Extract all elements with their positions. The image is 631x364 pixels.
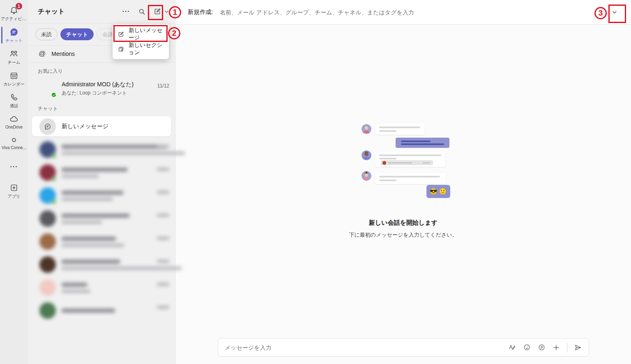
empty-state: 😎 🙂 新しい会話を開始します 下に最初のメッセージを入力してください。 <box>317 122 490 239</box>
chat-row-redacted[interactable] <box>28 184 175 207</box>
chat-row-favorite-self[interactable]: Administrator MOD (あなた) あなた: Loop コンポーネン… <box>28 77 175 100</box>
favorites-section-header: お気に入り <box>28 63 175 77</box>
chevron-down-icon[interactable] <box>164 9 169 14</box>
illustration-avatar <box>362 171 371 181</box>
sidebar-item-activity[interactable]: 1 アクティビティ <box>0 2 28 24</box>
menu-item-new-section[interactable]: 新しいセクション <box>113 41 169 56</box>
viva-connections-icon <box>9 135 19 145</box>
illustration-avatar <box>362 150 371 160</box>
sidebar-item-chat[interactable]: チャット <box>0 24 28 46</box>
main-area: 新規作成: <box>175 0 631 364</box>
presence-icon <box>51 199 56 204</box>
avatar <box>39 279 56 296</box>
sidebar-item-apps[interactable]: アプリ <box>0 180 28 202</box>
chat-row-redacted[interactable] <box>28 253 175 276</box>
more-icon: ··· <box>9 162 19 172</box>
emoji-icon[interactable] <box>520 341 533 354</box>
sidebar-item-more[interactable]: ··· <box>0 159 28 174</box>
sidebar-item-calls[interactable]: 通話 <box>0 90 28 111</box>
empty-state-subtitle: 下に最初のメッセージを入力してください。 <box>349 231 458 239</box>
presence-icon <box>51 153 56 158</box>
chat-row-redacted[interactable] <box>28 161 175 184</box>
chat-row-new-message[interactable]: 新しいメッセージ <box>32 116 171 136</box>
menu-item-new-message[interactable]: 新しいメッセージ <box>113 27 169 41</box>
send-icon[interactable] <box>571 341 585 354</box>
avatar <box>39 233 56 250</box>
avatar <box>39 141 56 158</box>
illustration-avatar <box>362 124 371 134</box>
recipient-input[interactable] <box>220 9 606 16</box>
chat-row-redacted[interactable] <box>28 138 175 161</box>
chat-timestamp: 11/12 <box>157 83 169 89</box>
composer-divider <box>567 343 567 352</box>
conversation-illustration: 😎 🙂 <box>357 122 450 198</box>
presence-icon <box>51 176 56 181</box>
sidebar-item-onedrive[interactable]: OneDrive <box>0 111 28 132</box>
page-title: チャット <box>38 7 120 16</box>
message-composer <box>218 338 589 357</box>
avatar <box>39 187 56 204</box>
chats-section-header: チャット <box>28 100 175 115</box>
loop-component-icon[interactable] <box>535 341 548 354</box>
activity-badge: 1 <box>16 3 22 9</box>
attach-plus-icon[interactable] <box>550 341 563 354</box>
illustration-emoji-box: 😎 🙂 <box>426 185 450 198</box>
avatar <box>39 302 56 319</box>
new-chat-header: 新規作成: <box>175 0 631 25</box>
to-field-label: 新規作成: <box>188 8 213 16</box>
message-input[interactable] <box>225 344 505 351</box>
calendar-icon <box>9 71 19 81</box>
chat-row-redacted[interactable] <box>28 276 175 299</box>
chat-list-panel: チャット ··· <box>28 0 175 364</box>
avatar <box>39 256 56 273</box>
chat-row-redacted[interactable] <box>28 299 175 322</box>
format-icon[interactable] <box>505 341 518 354</box>
teams-app: 1 アクティビティ チャット チーム <box>0 0 631 364</box>
new-message-bubble-icon <box>39 118 56 135</box>
sidebar-item-viva[interactable]: Viva Conne... <box>0 132 28 152</box>
collapse-compose-button[interactable] <box>606 4 623 21</box>
at-mention-icon: @ <box>39 50 46 58</box>
app-rail: 1 アクティビティ チャット チーム <box>0 0 28 364</box>
new-chat-dropdown-menu: 新しいメッセージ 新しいセクション <box>113 24 169 59</box>
teams-icon <box>9 49 19 59</box>
cloud-icon <box>9 114 19 124</box>
compose-icon <box>117 30 124 38</box>
sidebar-item-teams[interactable]: チーム <box>0 46 28 68</box>
chat-filter-more-button[interactable]: ··· <box>120 5 133 18</box>
avatar <box>39 210 56 227</box>
empty-state-title: 新しい会話を開始します <box>369 219 438 227</box>
chat-list-header: チャット ··· <box>28 0 175 23</box>
chat-icon <box>9 27 19 37</box>
avatar <box>39 164 56 181</box>
apps-icon <box>9 183 19 193</box>
new-section-icon <box>117 45 124 53</box>
presence-available-icon <box>51 92 57 98</box>
conversation-empty-area: 😎 🙂 新しい会話を開始します 下に最初のメッセージを入力してください。 <box>175 25 631 364</box>
search-icon[interactable] <box>135 5 148 18</box>
filter-unread[interactable]: 未読 <box>35 28 58 40</box>
new-chat-button[interactable] <box>151 5 164 18</box>
blurred-chat-rows <box>28 138 175 322</box>
filter-chat[interactable]: チャット <box>60 28 94 40</box>
sidebar-item-calendar[interactable]: カレンダー <box>0 68 28 90</box>
chat-row-redacted[interactable] <box>28 230 175 253</box>
phone-icon <box>9 92 19 102</box>
chat-row-redacted[interactable] <box>28 207 175 230</box>
bell-icon: 1 <box>9 5 19 15</box>
